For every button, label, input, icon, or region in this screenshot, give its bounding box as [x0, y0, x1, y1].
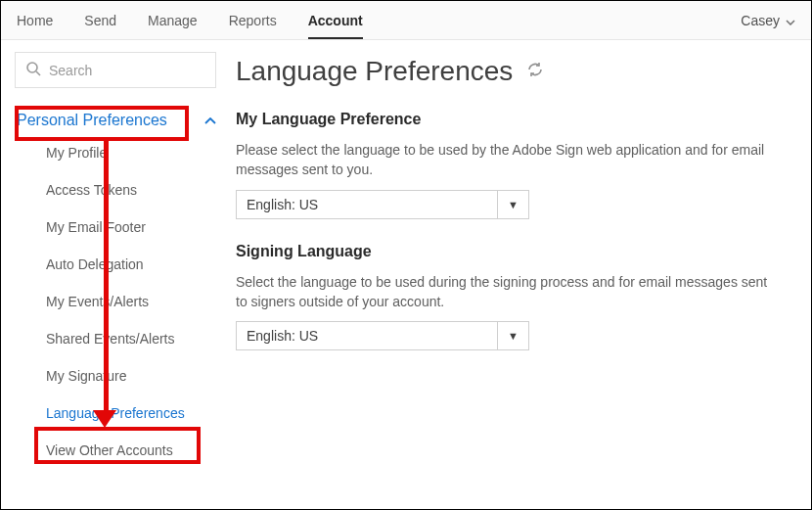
signing-language-select[interactable]: English: US ▼	[236, 321, 529, 350]
sidebar-group-label: Personal Preferences	[15, 110, 169, 131]
nav-tab-home[interactable]: Home	[17, 3, 53, 38]
sidebar-item-access-tokens[interactable]: Access Tokens	[46, 182, 216, 198]
signing-language-description: Select the language to be used during th…	[236, 272, 782, 312]
sidebar-item-my-signature[interactable]: My Signature	[46, 368, 216, 384]
sidebar-item-my-email-footer[interactable]: My Email Footer	[46, 219, 216, 235]
sidebar-item-view-other-accounts[interactable]: View Other Accounts	[46, 442, 216, 458]
signing-language-heading: Signing Language	[236, 243, 782, 260]
sidebar-item-auto-delegation[interactable]: Auto Delegation	[46, 256, 216, 272]
section-my-language: My Language Preference Please select the…	[236, 111, 782, 219]
my-language-select[interactable]: English: US ▼	[236, 190, 529, 219]
sidebar-subitems: My Profile Access Tokens My Email Footer…	[15, 145, 216, 458]
nav-tab-account[interactable]: Account	[308, 3, 363, 38]
svg-line-1	[36, 71, 40, 75]
top-navigation: Home Send Manage Reports Account Casey	[1, 1, 811, 40]
nav-tab-manage[interactable]: Manage	[148, 3, 198, 38]
sidebar-item-my-events-alerts[interactable]: My Events/Alerts	[46, 294, 216, 309]
user-name-label: Casey	[741, 13, 780, 28]
sidebar-group-personal-preferences[interactable]: Personal Preferences	[15, 110, 216, 131]
signing-language-value: English: US	[247, 328, 318, 344]
content-area: Search Personal Preferences My Profile A…	[1, 40, 811, 509]
search-input[interactable]: Search	[15, 52, 216, 88]
nav-tab-reports[interactable]: Reports	[229, 3, 277, 38]
refresh-icon[interactable]	[526, 61, 544, 82]
search-placeholder: Search	[49, 63, 92, 78]
caret-down-icon	[786, 13, 795, 28]
sidebar-item-language-preferences[interactable]: Language Preferences	[46, 405, 216, 421]
page-title: Language Preferences	[236, 56, 513, 87]
section-signing-language: Signing Language Select the language to …	[236, 243, 782, 351]
select-caret-icon: ▼	[497, 322, 519, 349]
nav-tabs: Home Send Manage Reports Account	[17, 3, 363, 38]
select-caret-icon: ▼	[497, 191, 519, 218]
page-title-row: Language Preferences	[236, 56, 782, 87]
my-language-heading: My Language Preference	[236, 111, 782, 128]
nav-tab-send[interactable]: Send	[84, 3, 116, 38]
main-panel: Language Preferences My Language Prefere…	[226, 40, 811, 509]
user-menu[interactable]: Casey	[741, 13, 795, 28]
svg-point-0	[27, 63, 37, 72]
my-language-description: Please select the language to be used by…	[236, 140, 782, 180]
search-icon	[25, 61, 41, 79]
my-language-value: English: US	[247, 197, 318, 212]
chevron-up-icon	[204, 112, 216, 129]
sidebar: Search Personal Preferences My Profile A…	[1, 40, 226, 509]
sidebar-item-my-profile[interactable]: My Profile	[46, 145, 216, 161]
sidebar-item-shared-events-alerts[interactable]: Shared Events/Alerts	[46, 331, 216, 347]
